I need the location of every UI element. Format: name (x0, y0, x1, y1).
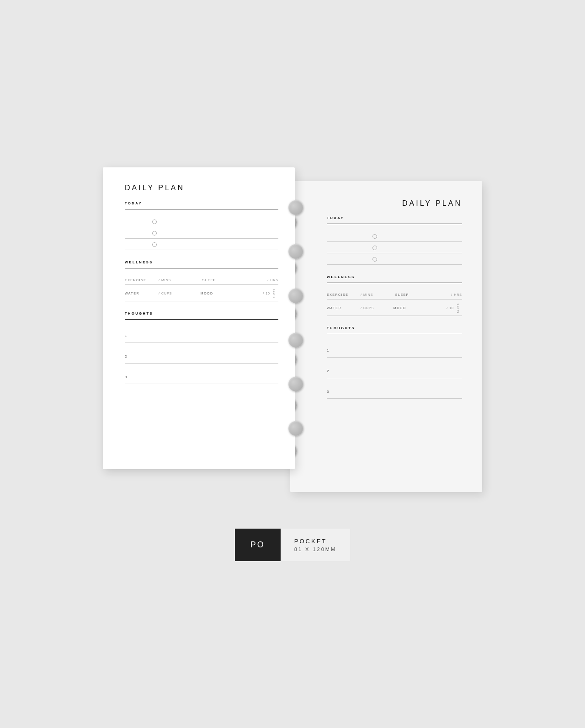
left-today-rows (125, 216, 278, 250)
left-wellness-row1: EXERCISE / MINS SLEEP / HRS (125, 275, 278, 285)
left-thoughts-divider (125, 319, 278, 320)
right-thoughts-section: THOUGHTS 1 2 3 (327, 326, 462, 399)
right-water-label: WATER (327, 306, 359, 310)
ring-2 (288, 244, 303, 259)
right-today-row-1 (327, 230, 462, 242)
planner-right: DAILY PLAN TODAY WELLNESS EXERC (290, 181, 482, 492)
ring-4 (288, 333, 303, 348)
left-thought-2: 2 (125, 347, 278, 364)
right-wellness-divider (327, 283, 462, 283)
pocket-dark-label: PO (250, 540, 265, 550)
right-today-section: TODAY (327, 216, 462, 265)
left-wellness-section: WELLNESS EXERCISE / MINS SLEEP / HRS WAT… (125, 260, 278, 301)
right-thought-2: 2 (327, 361, 462, 378)
planners-area: DAILY PLAN TODAY WELLNESS EXERC (64, 167, 521, 492)
left-water-label: WATER (125, 292, 157, 295)
left-exercise-unit: / MINS (159, 278, 171, 282)
left-slots-label: SLOTS (273, 289, 276, 298)
pocket-dark-box: PO (235, 529, 281, 561)
right-mood-label: MOOD (394, 306, 425, 310)
right-thought-1: 1 (327, 341, 462, 358)
right-today-rows (327, 230, 462, 265)
right-today-checkbox-3[interactable] (372, 257, 377, 262)
right-today-checkbox-2[interactable] (372, 246, 377, 250)
pocket-title: POCKET (294, 538, 336, 545)
right-wellness-section: WELLNESS EXERCISE / MINS SLEEP / HRS WAT… (327, 275, 462, 316)
pocket-light-box: POCKET 81 X 120MM (281, 529, 350, 561)
right-mood-unit: / 10 (447, 306, 454, 310)
right-today-divider (327, 224, 462, 224)
right-sleep-unit: / HRS (451, 293, 462, 296)
left-sleep-label: SLEEP (202, 278, 234, 282)
left-mood-unit: / 10 (263, 292, 270, 295)
today-row-1 (125, 216, 278, 227)
left-today-section: TODAY (125, 201, 278, 250)
left-thought-num-3: 3 (125, 375, 127, 379)
today-checkbox-1[interactable] (152, 219, 157, 224)
right-thought-num-1: 1 (327, 348, 329, 353)
today-row-2 (125, 227, 278, 239)
left-thoughts-section: THOUGHTS 1 2 3 (125, 311, 278, 384)
left-today-divider (125, 209, 278, 209)
left-wellness-row2: WATER / CUPS MOOD / 10 SLOTS (125, 285, 278, 301)
left-thought-3: 3 (125, 367, 278, 384)
left-rings (288, 167, 303, 469)
right-today-row-2 (327, 242, 462, 253)
left-water-unit: / CUPS (159, 292, 172, 295)
right-wellness-label: WELLNESS (327, 275, 462, 279)
ring-1 (288, 200, 303, 215)
right-page-title: DAILY PLAN (327, 199, 462, 208)
left-exercise-label: EXERCISE (125, 278, 157, 282)
right-wellness-row2: WATER / CUPS MOOD / 10 SLOTS (327, 300, 462, 316)
right-thought-num-2: 2 (327, 369, 329, 373)
left-thoughts-label: THOUGHTS (125, 311, 278, 316)
left-thought-num-1: 1 (125, 334, 127, 338)
right-thoughts-divider (327, 334, 462, 334)
today-checkbox-3[interactable] (152, 242, 157, 247)
right-water-unit: / CUPS (361, 306, 374, 310)
right-thoughts-label: THOUGHTS (327, 326, 462, 330)
left-sleep-unit: / HRS (267, 278, 278, 282)
right-exercise-unit: / MINS (361, 293, 373, 296)
today-checkbox-2[interactable] (152, 231, 157, 236)
right-today-checkbox-1[interactable] (372, 234, 377, 239)
left-thought-1: 1 (125, 326, 278, 343)
left-wellness-label: WELLNESS (125, 260, 278, 264)
planner-left: DAILY PLAN TODAY WELLNESS EXERC (103, 167, 295, 469)
right-slots-label: SLOTS (457, 303, 459, 313)
today-row-3 (125, 239, 278, 250)
left-mood-label: MOOD (201, 292, 233, 295)
left-today-label: TODAY (125, 201, 278, 205)
right-thought-num-3: 3 (327, 390, 329, 394)
left-wellness-divider (125, 268, 278, 268)
pocket-subtitle: 81 X 120MM (294, 546, 336, 552)
left-thought-num-2: 2 (125, 354, 127, 359)
right-sleep-label: SLEEP (395, 293, 427, 296)
right-thought-3: 3 (327, 382, 462, 399)
left-page-title: DAILY PLAN (125, 184, 278, 192)
right-wellness-row1: EXERCISE / MINS SLEEP / HRS (327, 289, 462, 300)
ring-3 (288, 289, 303, 303)
ring-5 (288, 377, 303, 391)
right-exercise-label: EXERCISE (327, 293, 359, 296)
bottom-info: PO POCKET 81 X 120MM (235, 529, 350, 561)
right-today-row-3 (327, 253, 462, 265)
ring-6 (288, 421, 303, 436)
right-today-label: TODAY (327, 216, 462, 220)
